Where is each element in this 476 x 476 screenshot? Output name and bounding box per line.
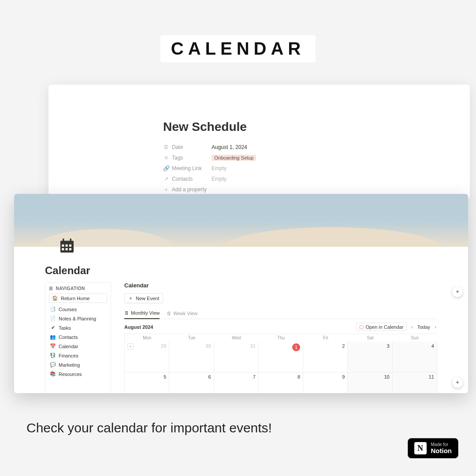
link-icon: 🔗 [163,165,169,171]
property-row: ↗ContactsEmpty [163,174,355,184]
weekday-header: Fri [303,334,348,342]
calendar-cell[interactable]: 2 [303,342,348,372]
prev-month-button[interactable]: ‹ [410,324,414,330]
ai-fab-button[interactable]: ✦ [452,286,463,297]
today-button[interactable]: Today [417,324,430,330]
menu-icon: ☰ [49,286,53,291]
new-event-label: New Event [136,296,159,301]
svg-rect-4 [66,245,68,247]
day-number: 8 [298,374,300,379]
calendar-cell[interactable]: 11 [393,372,437,393]
nav-item-label: Resources [59,372,82,377]
plus-icon: ＋ [163,186,169,193]
navigation-panel: ☰ NAVIGATION 🏠 Return Home 📑Courses📄Note… [45,282,111,393]
view-tab[interactable]: 🗓Monthly View [124,309,160,319]
tab-label: Week View [173,311,197,316]
calendar-cell[interactable]: 1 [259,342,303,372]
calendar-cell[interactable]: 3 [348,342,392,372]
property-label: Tags [172,155,183,161]
ai-fab-button-2[interactable]: ✦ [452,377,463,388]
badge-brand: Notion [431,447,452,454]
weekday-header: Sat [348,334,392,342]
nav-item-label: Notes & Planning [59,316,96,321]
calendar-cell[interactable]: 6 [169,372,214,393]
nav-item-label: Contacts [59,335,78,340]
weekday-header: Tue [169,334,214,342]
banner-title: CALENDAR [160,35,316,62]
calendar-cell[interactable]: 30 [169,342,214,372]
add-event-icon[interactable]: ＋ [127,343,134,350]
next-month-button[interactable]: › [434,324,437,330]
property-value: Empty [212,165,227,171]
return-home-label: Return Home [61,296,89,301]
arrow-icon: ↗ [163,176,169,182]
sidebar-item[interactable]: 💱Finances [49,351,107,360]
calendar-cell[interactable]: 10 [348,372,392,393]
property-label: Date [172,144,183,150]
svg-rect-6 [62,248,64,250]
view-tab[interactable]: 🗓Week View [167,309,197,319]
badge-prefix: Made for [431,442,452,447]
svg-rect-3 [62,245,64,247]
nav-item-label: Finances [59,353,78,358]
property-value: August 1, 2024 [212,144,247,150]
sidebar-item[interactable]: 📄Notes & Planning [49,314,107,323]
calendar-card: Calendar ☰ NAVIGATION 🏠 Return Home 📑Cou… [14,194,468,393]
property-label: Contacts [172,176,193,182]
property-label: Meeting Link [172,165,202,171]
property-row: 🗓DateAugust 1, 2024 [163,142,355,152]
day-number: 2 [342,343,345,349]
property-row: 🔗Meeting LinkEmpty [163,163,355,174]
nav-item-label: Tasks [59,325,71,331]
sidebar-item[interactable]: 📑Courses [49,305,107,314]
plus-icon: ＋ [128,295,133,301]
return-home-button[interactable]: 🏠 Return Home [49,294,107,303]
sidebar-item[interactable]: 📅Calendar [49,342,107,351]
calendar-cell[interactable]: ＋29 [125,342,169,372]
promo-caption: Check your calendar for important events… [26,420,272,435]
sidebar-item[interactable]: 👥Contacts [49,332,107,342]
day-number: 1 [292,343,300,351]
svg-rect-5 [69,245,71,247]
day-number: 11 [429,374,434,379]
nav-item-icon: 📅 [50,343,56,349]
nav-item-icon: 📄 [50,316,56,321]
calendar-cell[interactable]: 5 [125,372,169,393]
day-number: 30 [205,343,211,349]
calendar-tab-icon: 🗓 [124,310,129,316]
calendar-icon: 🗓 [163,144,169,150]
day-number: 4 [431,343,434,349]
nav-item-label: Marketing [59,362,80,368]
notion-logo-icon: N [414,442,427,454]
calendar-cell[interactable]: 31 [214,342,259,372]
calendar-cell[interactable]: 9 [303,372,348,393]
calendar-cell[interactable]: 8 [259,372,303,393]
day-number: 3 [387,343,390,349]
sidebar-item[interactable]: 💬Marketing [49,360,107,369]
day-number: 9 [342,374,345,379]
nav-item-icon: 💬 [50,362,56,368]
property-row[interactable]: ＋Add a property [163,184,355,195]
nav-item-label: Courses [59,307,77,312]
new-event-button[interactable]: ＋ New Event [124,293,163,303]
day-number: 5 [164,374,166,379]
day-number: 10 [384,374,389,379]
tag-chip: Onboarding Setup [212,155,256,161]
nav-item-icon: 📚 [50,371,56,377]
home-icon: 🏠 [52,295,58,301]
sidebar-item[interactable]: ✔Tasks [49,323,107,332]
calendar-app-icon: ▢ [359,324,364,330]
calendar-cell[interactable]: 7 [214,372,259,393]
nav-item-icon: 👥 [50,334,56,340]
calendar-cell[interactable]: 4 [393,342,437,372]
list-icon: ≡ [163,155,169,161]
svg-rect-2 [70,238,71,242]
weekday-header: Mon [125,334,169,342]
open-in-calendar-button[interactable]: ▢ Open in Calendar [356,323,406,331]
nav-header: ☰ NAVIGATION [49,285,107,292]
weekday-header: Thu [259,334,303,342]
nav-item-icon: ✔ [50,325,56,331]
calendar-grid: MonTueWedThuFriSatSun ＋29303112345678910… [124,334,437,393]
nav-item-icon: 📑 [50,306,56,312]
sidebar-item[interactable]: 📚Resources [49,369,107,379]
